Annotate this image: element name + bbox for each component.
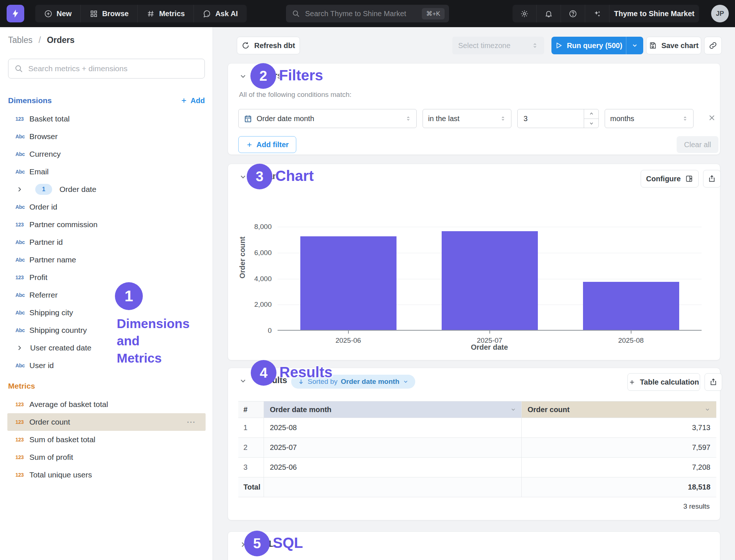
chevron-right-icon bbox=[7, 186, 29, 193]
bar-2025-08[interactable] bbox=[583, 282, 679, 330]
field-menu-ellipsis[interactable]: ⋯ bbox=[187, 417, 196, 427]
column-header-order-count[interactable]: Order count bbox=[522, 401, 716, 418]
sidebar-item-user-created-date[interactable]: User created date bbox=[7, 339, 206, 357]
field-label: Order date bbox=[59, 185, 96, 194]
refresh-dbt-button[interactable]: Refresh dbt bbox=[237, 37, 300, 54]
bar-2025-07[interactable] bbox=[442, 231, 538, 330]
field-label: Shipping country bbox=[29, 326, 87, 335]
export-results-button[interactable] bbox=[705, 373, 722, 391]
x-axis-tick bbox=[489, 331, 490, 334]
table-calculation-button[interactable]: Table calculation bbox=[627, 373, 700, 391]
configure-chart-button[interactable]: Configure bbox=[641, 170, 699, 188]
field-label: Referrer bbox=[29, 291, 58, 299]
table-row[interactable]: 2 2025-07 7,597 bbox=[238, 438, 716, 458]
share-export-icon bbox=[708, 175, 716, 183]
share-link-button[interactable] bbox=[704, 37, 722, 54]
run-query-dropdown-button[interactable] bbox=[626, 37, 643, 54]
breadcrumb-tables-link[interactable]: Tables bbox=[8, 35, 32, 45]
sidebar-item-total-unique-users[interactable]: 123 Total unique users bbox=[7, 466, 206, 484]
nav-item-browse[interactable]: Browse bbox=[81, 5, 138, 22]
sidebar-item-sum-of-basket-total[interactable]: 123 Sum of basket total bbox=[7, 431, 206, 448]
sidebar-item-order-count[interactable]: 123 Order count ⋯ bbox=[7, 413, 206, 431]
chevron-down-icon[interactable] bbox=[239, 377, 247, 385]
save-chart-button[interactable]: Save chart bbox=[646, 37, 701, 54]
sql-section-title: SQL bbox=[257, 539, 274, 549]
filter-operator-select[interactable]: in the last bbox=[423, 109, 511, 128]
sidebar-item-profit[interactable]: 123 Profit bbox=[7, 269, 206, 286]
fields-search-input[interactable]: Search metrics + dimensions bbox=[8, 59, 205, 79]
sidebar-item-partner-commission[interactable]: 123 Partner commission bbox=[7, 216, 206, 233]
filter-operator-value: in the last bbox=[428, 114, 496, 123]
sidebar-item-partner-id[interactable]: Abc Partner id bbox=[7, 233, 206, 251]
refresh-icon bbox=[242, 41, 250, 50]
clear-all-filters-button[interactable]: Clear all bbox=[677, 136, 718, 153]
timezone-select[interactable]: Select timezone bbox=[452, 37, 544, 54]
chevron-down-icon[interactable] bbox=[239, 173, 247, 181]
field-label: Currency bbox=[29, 150, 61, 159]
table-row[interactable]: 1 2025-08 3,713 bbox=[238, 418, 716, 438]
sidebar-item-average-of-basket-total[interactable]: 123 Average of basket total bbox=[7, 396, 206, 413]
bar-chart-plot[interactable]: 02,0004,0006,0008,0002025-062025-072025-… bbox=[278, 227, 702, 331]
row-month: 2025-08 bbox=[264, 418, 522, 437]
global-search-input[interactable]: Search Thyme to Shine Market ⌘+K bbox=[286, 5, 449, 22]
stepper-down-button[interactable] bbox=[584, 119, 598, 128]
export-chart-button[interactable] bbox=[703, 170, 721, 188]
sidebar-item-partner-name[interactable]: Abc Partner name bbox=[7, 251, 206, 269]
sidebar-item-sum-of-profit[interactable]: 123 Sum of profit bbox=[7, 448, 206, 466]
sidebar-item-user-id[interactable]: Abc User id bbox=[7, 357, 206, 374]
row-count: 7,597 bbox=[522, 438, 716, 457]
table-row[interactable]: 3 2025-06 7,208 bbox=[238, 458, 716, 477]
lightning-bolt-icon bbox=[11, 9, 20, 18]
sidebar-item-browser[interactable]: Abc Browser bbox=[7, 128, 206, 145]
nav-item-new[interactable]: New bbox=[35, 5, 81, 22]
sidebar-item-order-date[interactable]: 1 Order date bbox=[7, 181, 206, 198]
help-circle-icon bbox=[569, 10, 577, 18]
sidebar-item-basket-total[interactable]: 123 Basket total bbox=[7, 110, 206, 128]
chart-section-title: Chart bbox=[257, 171, 279, 181]
help-button[interactable] bbox=[561, 5, 585, 22]
filter-unit-select[interactable]: months bbox=[605, 109, 694, 128]
chevron-right-icon[interactable] bbox=[239, 541, 247, 549]
nav-item-ask-ai[interactable]: Ask AI bbox=[194, 5, 247, 22]
number-type-icon: 123 bbox=[7, 401, 29, 407]
stepper-up-button[interactable] bbox=[584, 109, 598, 119]
field-label: Order id bbox=[29, 203, 57, 211]
field-label: Sum of profit bbox=[29, 453, 73, 462]
filter-field-select[interactable]: 1 Order date month bbox=[238, 109, 417, 128]
row-index: 3 bbox=[238, 458, 264, 477]
configure-label: Configure bbox=[646, 175, 681, 183]
filter-value-stepper[interactable]: 3 bbox=[517, 109, 599, 128]
sidebar-item-referrer[interactable]: Abc Referrer bbox=[7, 286, 206, 304]
add-filter-button[interactable]: Add filter bbox=[238, 136, 296, 153]
sidebar-item-currency[interactable]: Abc Currency bbox=[7, 145, 206, 163]
sidebar-item-shipping-city[interactable]: Abc Shipping city bbox=[7, 304, 206, 321]
sidebar-item-email[interactable]: Abc Email bbox=[7, 163, 206, 181]
column-header-index[interactable]: # bbox=[238, 401, 264, 418]
chevron-down-icon bbox=[510, 407, 516, 412]
remove-filter-button[interactable] bbox=[707, 113, 716, 122]
nav-item-metrics[interactable]: Metrics bbox=[138, 5, 194, 22]
sorted-by-pill[interactable]: Sorted by Order date month bbox=[291, 375, 415, 389]
bar-2025-06[interactable] bbox=[300, 236, 397, 330]
settings-button[interactable] bbox=[513, 5, 537, 22]
add-dimension-label: Add bbox=[191, 97, 205, 105]
notifications-button[interactable] bbox=[537, 5, 561, 22]
add-dimension-button[interactable]: Add bbox=[180, 97, 205, 105]
field-label: Shipping city bbox=[29, 308, 73, 317]
field-label: Email bbox=[29, 167, 49, 176]
chevron-down-icon[interactable] bbox=[239, 72, 247, 80]
chart-card: Chart Configure Order count 02,0004,0006… bbox=[228, 164, 720, 360]
run-query-button[interactable]: Run query (500) bbox=[551, 37, 626, 54]
sidebar-item-shipping-country[interactable]: Abc Shipping country bbox=[7, 321, 206, 339]
org-name-button[interactable]: Thyme to Shine Market bbox=[609, 5, 699, 22]
select-chevrons-icon bbox=[405, 116, 411, 121]
string-type-icon: Abc bbox=[7, 327, 29, 333]
sidebar-item-order-id[interactable]: Abc Order id bbox=[7, 198, 206, 216]
ai-sparkles-button[interactable] bbox=[585, 5, 609, 22]
table-calculation-label: Table calculation bbox=[640, 378, 699, 386]
total-empty-cell bbox=[264, 477, 522, 497]
lightdash-logo[interactable] bbox=[7, 5, 24, 22]
user-avatar[interactable]: JP bbox=[711, 5, 729, 22]
column-header-order-date-month[interactable]: Order date month bbox=[264, 401, 522, 418]
plus-circle-icon bbox=[44, 10, 52, 18]
